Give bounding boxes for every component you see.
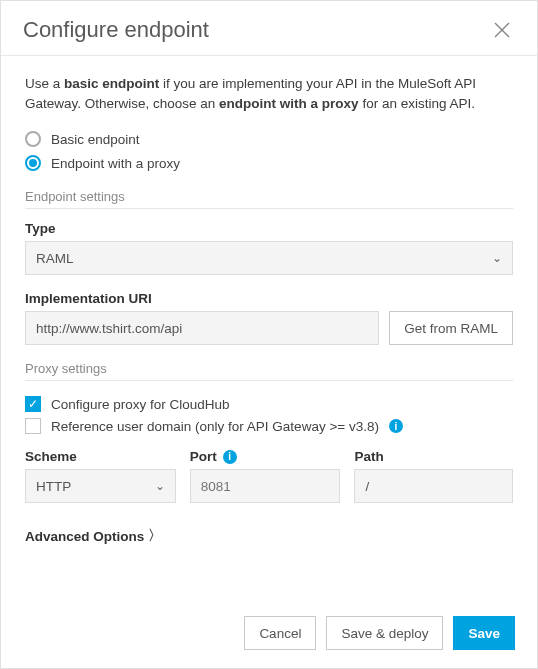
- checkbox-cloudhub[interactable]: ✓ Configure proxy for CloudHub: [25, 393, 513, 415]
- port-field: Port i: [190, 449, 341, 503]
- scheme-field: Scheme HTTP ⌄: [25, 449, 176, 503]
- implementation-uri-input[interactable]: [25, 311, 379, 345]
- checkbox-icon: ✓: [25, 396, 41, 412]
- radio-proxy-label: Endpoint with a proxy: [51, 156, 180, 171]
- scheme-select-value: HTTP: [36, 479, 71, 494]
- scheme-select[interactable]: HTTP ⌄: [25, 469, 176, 503]
- info-icon[interactable]: i: [389, 419, 403, 433]
- save-button[interactable]: Save: [453, 616, 515, 650]
- radio-icon: [25, 155, 41, 171]
- port-label: Port i: [190, 449, 341, 464]
- proxy-settings-heading: Proxy settings: [25, 361, 513, 381]
- info-icon[interactable]: i: [223, 450, 237, 464]
- path-input[interactable]: [354, 469, 513, 503]
- checkbox-cloudhub-label: Configure proxy for CloudHub: [51, 397, 230, 412]
- path-label: Path: [354, 449, 513, 464]
- port-label-text: Port: [190, 449, 217, 464]
- scheme-label: Scheme: [25, 449, 176, 464]
- save-deploy-button[interactable]: Save & deploy: [326, 616, 443, 650]
- type-select-value: RAML: [36, 251, 74, 266]
- endpoint-settings-heading: Endpoint settings: [25, 189, 513, 209]
- intro-part3: for an existing API.: [359, 96, 475, 111]
- advanced-options-label: Advanced Options: [25, 529, 144, 544]
- endpoint-type-radio-group: Basic endpoint Endpoint with a proxy: [25, 127, 513, 175]
- implementation-uri-field: Implementation URI Get from RAML: [25, 291, 513, 345]
- modal-header: Configure endpoint: [1, 1, 537, 56]
- get-from-raml-button[interactable]: Get from RAML: [389, 311, 513, 345]
- advanced-options-toggle[interactable]: Advanced Options 〉: [25, 527, 513, 545]
- scheme-port-path-row: Scheme HTTP ⌄ Port i Path: [25, 449, 513, 503]
- radio-basic-endpoint[interactable]: Basic endpoint: [25, 127, 513, 151]
- chevron-right-icon: 〉: [148, 527, 162, 545]
- path-field: Path: [354, 449, 513, 503]
- intro-bold1: basic endpoint: [64, 76, 159, 91]
- modal-title: Configure endpoint: [23, 17, 209, 43]
- type-field: Type RAML ⌄: [25, 221, 513, 275]
- checkbox-domain-label: Reference user domain (only for API Gate…: [51, 419, 379, 434]
- close-button[interactable]: [489, 17, 515, 43]
- port-input: [190, 469, 341, 503]
- checkbox-reference-domain[interactable]: ✓ Reference user domain (only for API Ga…: [25, 415, 513, 437]
- intro-text: Use a basic endpoint if you are implemen…: [25, 74, 513, 113]
- checkbox-icon: ✓: [25, 418, 41, 434]
- close-icon: [493, 21, 511, 39]
- configure-endpoint-modal: Configure endpoint Use a basic endpoint …: [0, 0, 538, 669]
- type-select[interactable]: RAML ⌄: [25, 241, 513, 275]
- chevron-down-icon: ⌄: [492, 251, 502, 265]
- modal-body: Use a basic endpoint if you are implemen…: [1, 56, 537, 602]
- cancel-button[interactable]: Cancel: [244, 616, 316, 650]
- intro-part1: Use a: [25, 76, 64, 91]
- type-label: Type: [25, 221, 513, 236]
- intro-bold2: endpoint with a proxy: [219, 96, 359, 111]
- radio-icon: [25, 131, 41, 147]
- radio-proxy-endpoint[interactable]: Endpoint with a proxy: [25, 151, 513, 175]
- chevron-down-icon: ⌄: [155, 479, 165, 493]
- radio-basic-label: Basic endpoint: [51, 132, 140, 147]
- modal-footer: Cancel Save & deploy Save: [1, 602, 537, 668]
- implementation-uri-label: Implementation URI: [25, 291, 513, 306]
- proxy-checkboxes: ✓ Configure proxy for CloudHub ✓ Referen…: [25, 393, 513, 437]
